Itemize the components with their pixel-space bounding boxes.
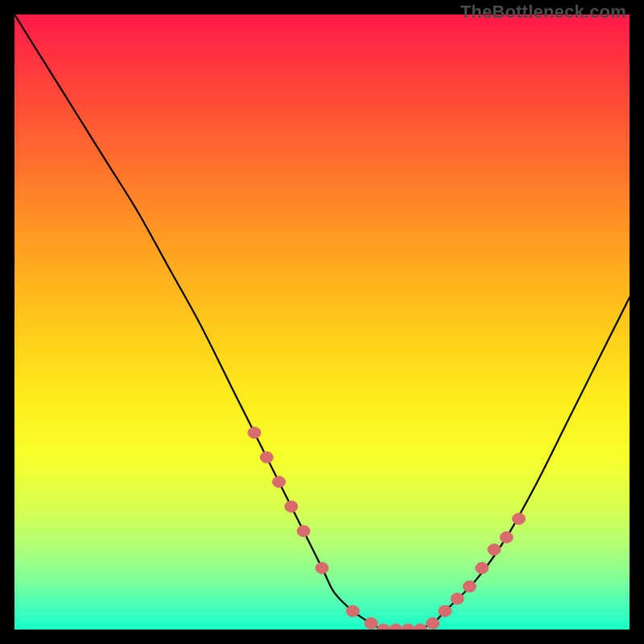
chart-stage: TheBottleneck.com bbox=[0, 0, 644, 644]
plot-background bbox=[14, 14, 630, 630]
watermark-label: TheBottleneck.com bbox=[460, 2, 626, 23]
